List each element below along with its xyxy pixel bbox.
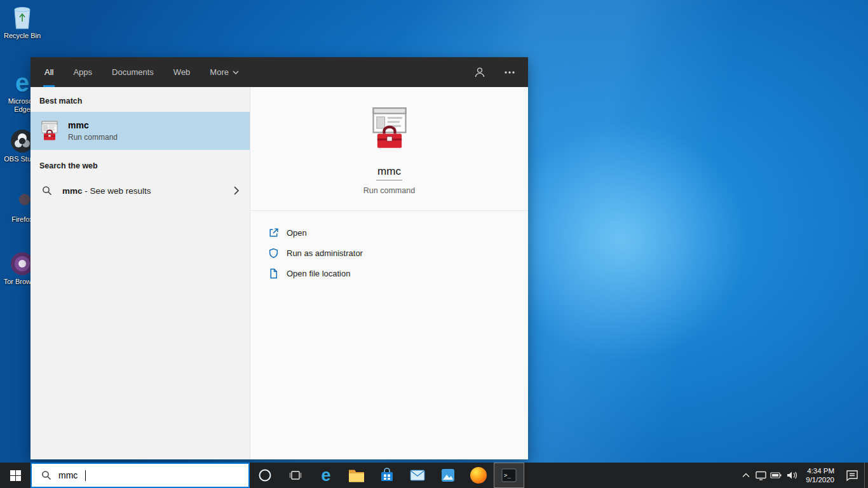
- tab-label: All: [44, 67, 53, 77]
- search-preview-pane: mmc Run command Open Run as adminis: [250, 87, 528, 459]
- hidden-icons-button[interactable]: [739, 463, 753, 488]
- tab-all[interactable]: All: [43, 57, 55, 87]
- task-view-icon: [289, 469, 302, 482]
- taskbar-firefox-button[interactable]: [463, 463, 494, 488]
- web-search-result[interactable]: mmc - See web results: [31, 177, 250, 205]
- search-panel-body: Best match mmc Run command Search the we…: [31, 87, 528, 459]
- pinned-app-icon: [440, 468, 456, 483]
- desktop: Recycle Bin e Microsoft Edge OBS Studio …: [0, 0, 868, 488]
- recycle-bin-icon: [11, 3, 34, 30]
- tray-volume-button[interactable]: [783, 463, 800, 488]
- shield-icon: [268, 248, 279, 259]
- edge-icon: e: [15, 70, 29, 95]
- action-center-button[interactable]: [840, 463, 864, 488]
- tab-more[interactable]: More: [208, 57, 240, 87]
- cortana-button[interactable]: [250, 463, 280, 488]
- taskbar: mmc e: [0, 463, 868, 488]
- search-header-actions: [473, 57, 515, 87]
- tray-battery-button[interactable]: [768, 463, 783, 488]
- file-location-icon: [268, 268, 279, 279]
- mail-icon: [410, 469, 425, 482]
- desktop-icon-recycle-bin[interactable]: Recycle Bin: [3, 3, 42, 40]
- start-button[interactable]: [0, 463, 31, 488]
- tab-label: More: [210, 67, 229, 77]
- windows-logo-icon: [10, 470, 21, 481]
- taskbar-search-input[interactable]: mmc: [31, 463, 250, 488]
- web-result-suffix: - See web results: [83, 186, 151, 196]
- cortana-icon: [258, 468, 272, 482]
- section-label-best-match: Best match: [31, 91, 250, 112]
- tab-apps[interactable]: Apps: [72, 57, 93, 87]
- action-label: Run as administrator: [287, 248, 363, 258]
- taskbar-clock[interactable]: 4:34 PM 9/1/2020: [800, 466, 840, 484]
- result-subtitle: Run command: [68, 133, 118, 142]
- chevron-up-icon: [742, 473, 750, 478]
- show-desktop-button[interactable]: [864, 463, 868, 488]
- result-text: mmc Run command: [68, 120, 118, 142]
- tab-label: Apps: [73, 67, 92, 77]
- result-title: mmc: [68, 120, 118, 130]
- taskbar-pinned-app-button[interactable]: [433, 463, 463, 488]
- windows-search-panel: All Apps Documents Web More Best: [31, 57, 528, 459]
- best-match-result[interactable]: mmc Run command: [31, 112, 250, 150]
- action-label: Open file location: [287, 269, 350, 278]
- cmd-glyph: >_: [504, 472, 511, 478]
- preview-title[interactable]: mmc: [376, 165, 402, 180]
- tab-web[interactable]: Web: [172, 57, 192, 87]
- microsoft-store-icon: [379, 468, 395, 483]
- clock-date: 9/1/2020: [806, 475, 834, 484]
- search-icon: [42, 186, 52, 196]
- chevron-right-icon[interactable]: [233, 186, 240, 195]
- text-caret: [85, 470, 86, 481]
- tray-display-button[interactable]: [753, 463, 768, 488]
- action-center-icon: [846, 470, 858, 481]
- preview-actions: Open Run as administrator Open file loca…: [250, 211, 528, 278]
- taskbar-command-prompt-button[interactable]: >_: [494, 463, 524, 488]
- search-input-value: mmc: [58, 470, 78, 480]
- edge-icon: e: [321, 467, 330, 484]
- more-options-icon[interactable]: [504, 71, 515, 74]
- section-label-search-web: Search the web: [31, 150, 250, 177]
- action-open-file-location[interactable]: Open file location: [268, 268, 528, 278]
- action-run-as-administrator[interactable]: Run as administrator: [268, 248, 528, 258]
- system-tray: 4:34 PM 9/1/2020: [739, 463, 868, 488]
- taskbar-store-button[interactable]: [372, 463, 402, 488]
- search-icon: [41, 470, 51, 480]
- taskbar-mail-button[interactable]: [402, 463, 433, 488]
- web-result-query: mmc: [62, 186, 83, 196]
- monitor-icon: [756, 471, 766, 480]
- tab-label: Documents: [112, 67, 154, 77]
- desktop-icon-label: Recycle Bin: [4, 32, 41, 40]
- search-filter-tabs: All Apps Documents Web More: [43, 57, 240, 87]
- action-label: Open: [287, 228, 307, 238]
- clock-time: 4:34 PM: [806, 466, 834, 475]
- launch-icon: [268, 227, 279, 238]
- account-icon[interactable]: [473, 66, 486, 79]
- web-result-text: mmc - See web results: [62, 186, 151, 196]
- search-results-list: Best match mmc Run command Search the we…: [31, 87, 250, 459]
- volume-icon: [786, 471, 797, 480]
- preview-subtitle: Run command: [363, 186, 415, 195]
- file-explorer-icon: [348, 468, 365, 482]
- search-panel-header: All Apps Documents Web More: [31, 57, 528, 87]
- battery-icon: [770, 471, 782, 479]
- task-view-button[interactable]: [280, 463, 311, 488]
- tab-label: Web: [173, 67, 191, 77]
- windows-wallpaper-logo: [532, 166, 699, 329]
- command-prompt-icon: >_: [501, 468, 517, 482]
- tab-documents[interactable]: Documents: [111, 57, 155, 87]
- firefox-icon: [470, 467, 487, 484]
- taskbar-file-explorer-button[interactable]: [341, 463, 372, 488]
- mmc-icon: [39, 121, 60, 141]
- action-open[interactable]: Open: [268, 227, 528, 238]
- chevron-down-icon: [233, 71, 239, 74]
- taskbar-edge-button[interactable]: e: [311, 463, 341, 488]
- mmc-icon-large: [368, 107, 411, 150]
- desktop-icon-label: Firefox: [11, 215, 33, 224]
